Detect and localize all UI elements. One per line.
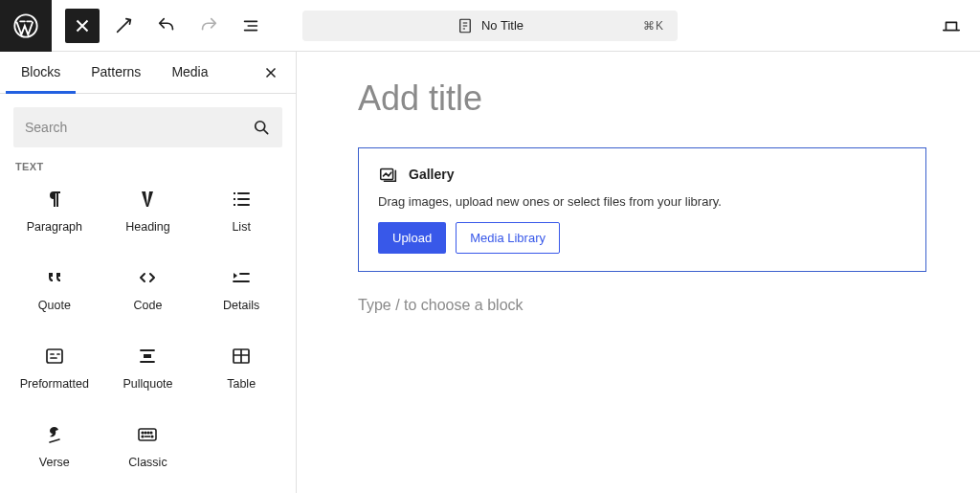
close-panel-button[interactable] (257, 59, 284, 86)
list-icon (230, 188, 253, 211)
gallery-actions: Upload Media Library (378, 222, 906, 254)
svg-point-13 (152, 436, 154, 437)
wordpress-logo[interactable] (0, 0, 52, 52)
redo-button[interactable] (191, 9, 226, 43)
verse-icon (43, 423, 66, 446)
classic-icon (136, 423, 159, 446)
tab-media[interactable]: Media (156, 53, 223, 94)
gallery-description: Drag images, upload new ones or select f… (378, 194, 906, 209)
block-details[interactable]: Details (194, 260, 288, 318)
media-library-button[interactable]: Media Library (456, 222, 560, 254)
block-list[interactable]: List (194, 182, 288, 239)
block-table[interactable]: Table (194, 339, 288, 396)
close-inserter-button[interactable] (65, 9, 100, 43)
gallery-header: Gallery (378, 164, 906, 185)
command-shortcut: ⌘K (643, 19, 664, 33)
table-icon (230, 345, 253, 368)
workspace: Blocks Patterns Media TEXT Paragraph Hea… (0, 52, 980, 493)
svg-rect-4 (144, 354, 151, 358)
svg-point-8 (145, 432, 147, 434)
gallery-block[interactable]: Gallery Drag images, upload new ones or … (358, 147, 926, 272)
tab-patterns[interactable]: Patterns (76, 53, 156, 94)
svg-point-9 (148, 432, 150, 434)
document-title-bar[interactable]: No Title ⌘K (302, 11, 678, 41)
page-icon (457, 17, 474, 34)
view-button[interactable] (936, 11, 967, 41)
search-wrap (0, 94, 296, 161)
block-verse[interactable]: Verse (8, 417, 101, 475)
document-title: No Title (481, 18, 523, 33)
block-paragraph[interactable]: Paragraph (8, 182, 101, 239)
svg-point-11 (143, 436, 145, 437)
svg-point-7 (143, 432, 145, 434)
paragraph-icon (43, 188, 66, 211)
block-code[interactable]: Code (101, 260, 195, 318)
svg-point-10 (151, 432, 153, 434)
block-pullquote[interactable]: Pullquote (101, 339, 195, 396)
pullquote-icon (136, 345, 159, 368)
paragraph-placeholder[interactable]: Type / to choose a block (358, 297, 926, 314)
tab-blocks[interactable]: Blocks (6, 53, 76, 94)
block-preformatted[interactable]: Preformatted (8, 339, 101, 396)
post-title-input[interactable]: Add title (358, 78, 926, 119)
search-field[interactable] (13, 107, 282, 147)
tools-button[interactable] (107, 9, 142, 43)
inserter-tabs: Blocks Patterns Media (0, 52, 296, 94)
preformatted-icon (43, 345, 66, 368)
block-quote[interactable]: Quote (8, 260, 101, 318)
search-input[interactable] (25, 120, 252, 135)
details-icon (230, 266, 253, 289)
search-icon (252, 118, 271, 137)
editor-canvas: Add title Gallery Drag images, upload ne… (297, 52, 980, 493)
upload-button[interactable]: Upload (378, 222, 446, 254)
gallery-label: Gallery (409, 167, 454, 182)
gallery-icon (378, 164, 399, 185)
quote-icon (43, 266, 66, 289)
document-overview-button[interactable] (234, 9, 268, 43)
svg-rect-12 (145, 436, 150, 437)
svg-rect-6 (139, 429, 156, 440)
svg-rect-3 (47, 349, 62, 363)
category-label: TEXT (0, 161, 296, 172)
undo-button[interactable] (149, 9, 184, 43)
editor-toolbar: No Title ⌘K (0, 0, 980, 52)
code-icon (136, 266, 159, 289)
block-grid: Paragraph Heading List Quote Code Detail… (0, 172, 296, 484)
block-heading[interactable]: Heading (101, 182, 195, 239)
block-classic[interactable]: Classic (101, 417, 195, 475)
block-inserter-panel: Blocks Patterns Media TEXT Paragraph Hea… (0, 52, 297, 493)
heading-icon (136, 188, 159, 211)
